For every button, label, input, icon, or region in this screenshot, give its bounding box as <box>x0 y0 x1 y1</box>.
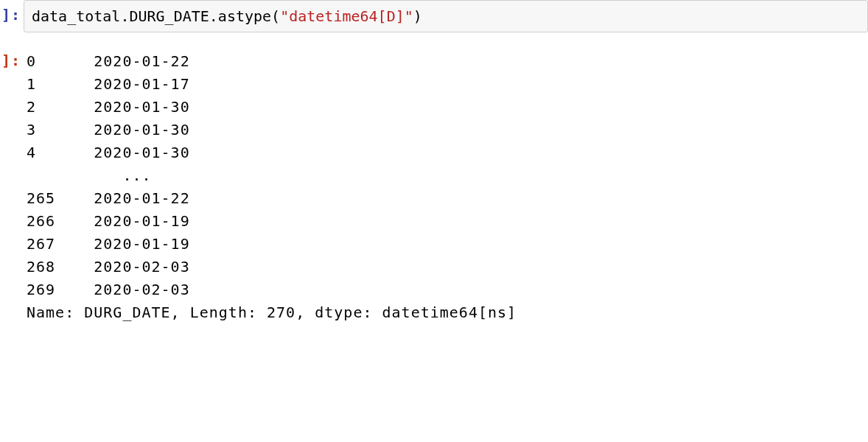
input-cell: ]: data_total.DURG_DATE.astype("datetime… <box>0 0 868 32</box>
code-text-prefix: data_total.DURG_DATE.astype( <box>32 7 280 25</box>
output-prompt: ]: <box>0 46 24 69</box>
code-text-suffix: ) <box>413 7 422 25</box>
code-string-close-quote: " <box>405 7 413 25</box>
code-string-literal: datetime64[D] <box>289 7 405 25</box>
input-prompt: ]: <box>0 0 24 24</box>
code-string-open-quote: " <box>280 7 289 25</box>
output-cell: ]: 0 2020-01-22 1 2020-01-17 2 2020-01-3… <box>0 46 868 329</box>
output-text: 0 2020-01-22 1 2020-01-17 2 2020-01-30 3… <box>24 46 868 329</box>
code-input[interactable]: data_total.DURG_DATE.astype("datetime64[… <box>24 0 868 32</box>
